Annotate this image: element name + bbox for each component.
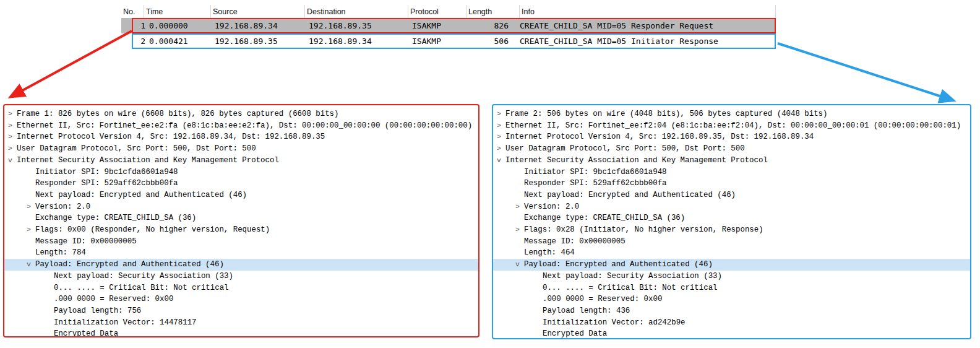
tree-line-text: Payload length: 436 xyxy=(543,307,630,315)
tree-line[interactable]: Encrypted Data xyxy=(493,328,970,339)
cell-no: 2 xyxy=(133,37,145,46)
collapsed-icon[interactable]: > xyxy=(515,201,524,213)
tree-line[interactable]: >Flags: 0x28 (Initiator, No higher versi… xyxy=(493,224,970,236)
tree-line[interactable]: Next payload: Security Association (33) xyxy=(493,271,970,282)
cell-protocol: ISAKMP xyxy=(410,21,468,30)
tree-line[interactable]: >Frame 1: 826 bytes on wire (6608 bits),… xyxy=(4,108,478,120)
tree-line-text: Exchange type: CREATE_CHILD_SA (36) xyxy=(524,214,685,222)
expanded-icon[interactable]: v xyxy=(27,259,35,271)
column-header-info[interactable]: Info xyxy=(520,5,776,18)
collapsed-icon[interactable]: > xyxy=(8,143,17,155)
tree-line-text: Frame 1: 826 bytes on wire (6608 bits), … xyxy=(17,110,339,118)
column-header-time[interactable]: Time xyxy=(144,5,211,18)
tree-line[interactable]: Initiator SPI: 9bc1cfda6601a948 xyxy=(4,167,478,178)
tree-line-text: Payload: Encrypted and Authenticated (46… xyxy=(35,260,224,269)
tree-line[interactable]: Responder SPI: 529aff62cbbb00fa xyxy=(4,178,478,189)
tree-line-text: Next payload: Encrypted and Authenticate… xyxy=(35,191,247,199)
tree-line[interactable]: vInternet Security Association and Key M… xyxy=(493,155,970,167)
cell-time: 0.000000 xyxy=(145,21,212,30)
collapsed-icon[interactable]: > xyxy=(497,108,505,120)
tree-line-text: Internet Protocol Version 4, Src: 192.16… xyxy=(17,133,325,141)
tree-line[interactable]: >Ethernet II, Src: Fortinet_ee:f2:04 (e8… xyxy=(493,120,970,132)
tree-line[interactable]: >User Datagram Protocol, Src Port: 500, … xyxy=(4,143,478,155)
tree-line[interactable]: .000 0000 = Reserved: 0x00 xyxy=(4,294,478,305)
tree-line[interactable]: vPayload: Encrypted and Authenticated (4… xyxy=(4,259,478,271)
packet-row-2[interactable]: 2 0.000421 192.168.89.35 192.168.89.34 I… xyxy=(121,33,776,49)
packet-list: No. Time Source Destination Protocol Len… xyxy=(121,5,776,49)
tree-line[interactable]: Length: 464 xyxy=(493,247,970,259)
tree-line[interactable]: Next payload: Encrypted and Authenticate… xyxy=(4,189,478,201)
expanded-icon[interactable]: v xyxy=(515,259,524,271)
tree-line[interactable]: >Frame 2: 506 bytes on wire (4048 bits),… xyxy=(493,108,970,120)
tree-line[interactable]: >Version: 2.0 xyxy=(493,201,970,213)
expanded-icon[interactable]: v xyxy=(497,155,505,167)
packet-row-1-highlight-box: 1 0.000000 192.168.89.34 192.168.89.35 I… xyxy=(132,18,776,33)
collapsed-icon[interactable]: > xyxy=(27,224,35,236)
column-header-no[interactable]: No. xyxy=(121,5,144,18)
column-header-protocol[interactable]: Protocol xyxy=(408,5,466,18)
tree-line[interactable]: Initialization Vector: ad242b9e xyxy=(493,317,970,329)
tree-line-text: Flags: 0x28 (Initiator, No higher versio… xyxy=(524,225,763,234)
tree-line[interactable]: Initialization Vector: 14478117 xyxy=(4,317,478,329)
tree-line[interactable]: Payload length: 756 xyxy=(4,305,478,317)
collapsed-icon[interactable]: > xyxy=(8,131,17,143)
tree-line-text: User Datagram Protocol, Src Port: 500, D… xyxy=(505,144,745,153)
tree-line-text: Responder SPI: 529aff62cbbb00fa xyxy=(35,179,178,188)
collapsed-icon[interactable]: > xyxy=(515,224,524,236)
tree-line-text: Length: 784 xyxy=(35,248,86,257)
tree-line[interactable]: Message ID: 0x00000005 xyxy=(4,236,478,248)
expanded-icon[interactable]: v xyxy=(8,155,17,167)
tree-line-text: .000 0000 = Reserved: 0x00 xyxy=(54,295,173,303)
cell-info: CREATE_CHILD_SA MID=05 Initiator Respons… xyxy=(512,37,775,46)
tree-line[interactable]: 0... .... = Critical Bit: Not critical xyxy=(4,282,478,294)
tree-line[interactable]: vInternet Security Association and Key M… xyxy=(4,155,478,167)
cell-source: 192.168.89.35 xyxy=(212,37,306,46)
tree-line[interactable]: .000 0000 = Reserved: 0x00 xyxy=(493,294,970,305)
frame-2-detail-pane: >Frame 2: 506 bytes on wire (4048 bits),… xyxy=(492,104,971,339)
tree-line[interactable]: Initiator SPI: 9bc1cfda6601a948 xyxy=(493,167,970,178)
tree-line[interactable]: Exchange type: CREATE_CHILD_SA (36) xyxy=(493,212,970,224)
tree-line[interactable]: >Flags: 0x00 (Responder, No higher versi… xyxy=(4,224,478,236)
tree-line[interactable]: Next payload: Encrypted and Authenticate… xyxy=(493,189,970,201)
tree-line[interactable]: Payload length: 436 xyxy=(493,305,970,317)
tree-line[interactable]: Next payload: Security Association (33) xyxy=(4,271,478,282)
tree-line[interactable]: Exchange type: CREATE_CHILD_SA (36) xyxy=(4,212,478,224)
tree-line[interactable]: Encrypted Data xyxy=(4,328,478,337)
collapsed-icon[interactable]: > xyxy=(8,108,17,120)
packet-row-2-highlight-box: 2 0.000421 192.168.89.35 192.168.89.34 I… xyxy=(132,33,776,49)
tree-line-text: Flags: 0x00 (Responder, No higher versio… xyxy=(35,225,270,234)
collapsed-icon[interactable]: > xyxy=(8,120,17,132)
tree-line[interactable]: Length: 784 xyxy=(4,247,478,259)
red-arrow xyxy=(11,31,132,97)
tree-line-text: Message ID: 0x00000005 xyxy=(524,237,625,246)
column-header-length[interactable]: Length xyxy=(466,5,520,18)
frame-1-detail-pane: >Frame 1: 826 bytes on wire (6608 bits),… xyxy=(3,104,479,337)
cell-protocol: ISAKMP xyxy=(410,37,468,46)
tree-line[interactable]: >Internet Protocol Version 4, Src: 192.1… xyxy=(493,131,970,143)
tree-line-text: .000 0000 = Reserved: 0x00 xyxy=(543,295,662,303)
tree-line[interactable]: Responder SPI: 529aff62cbbb00fa xyxy=(493,178,970,189)
tree-line[interactable]: Message ID: 0x00000005 xyxy=(493,236,970,248)
tree-line-text: Payload: Encrypted and Authenticated (46… xyxy=(524,260,713,269)
cell-info: CREATE_CHILD_SA MID=05 Responder Request xyxy=(512,21,775,30)
collapsed-icon[interactable]: > xyxy=(497,143,505,155)
tree-line[interactable]: >Internet Protocol Version 4, Src: 192.1… xyxy=(4,131,478,143)
wireshark-annotated-screenshot: No. Time Source Destination Protocol Len… xyxy=(0,0,980,348)
tree-line[interactable]: >Version: 2.0 xyxy=(4,201,478,213)
column-header-destination[interactable]: Destination xyxy=(305,5,408,18)
cell-destination: 192.168.89.35 xyxy=(306,21,410,30)
tree-line[interactable]: >User Datagram Protocol, Src Port: 500, … xyxy=(493,143,970,155)
collapsed-icon[interactable]: > xyxy=(497,131,505,143)
tree-line[interactable]: >Ethernet II, Src: Fortinet_ee:e2:fa (e8… xyxy=(4,120,478,132)
packet-row-gutter xyxy=(121,33,132,49)
cell-no: 1 xyxy=(133,21,145,30)
collapsed-icon[interactable]: > xyxy=(497,120,505,132)
collapsed-icon[interactable]: > xyxy=(27,201,35,213)
tree-line-text: Exchange type: CREATE_CHILD_SA (36) xyxy=(35,214,196,222)
packet-row-gutter xyxy=(121,18,132,33)
column-header-source[interactable]: Source xyxy=(211,5,305,18)
tree-line-text: Internet Protocol Version 4, Src: 192.16… xyxy=(505,133,814,141)
packet-row-1[interactable]: 1 0.000000 192.168.89.34 192.168.89.35 I… xyxy=(121,18,776,33)
tree-line[interactable]: 0... .... = Critical Bit: Not critical xyxy=(493,282,970,294)
tree-line[interactable]: vPayload: Encrypted and Authenticated (4… xyxy=(493,259,970,271)
